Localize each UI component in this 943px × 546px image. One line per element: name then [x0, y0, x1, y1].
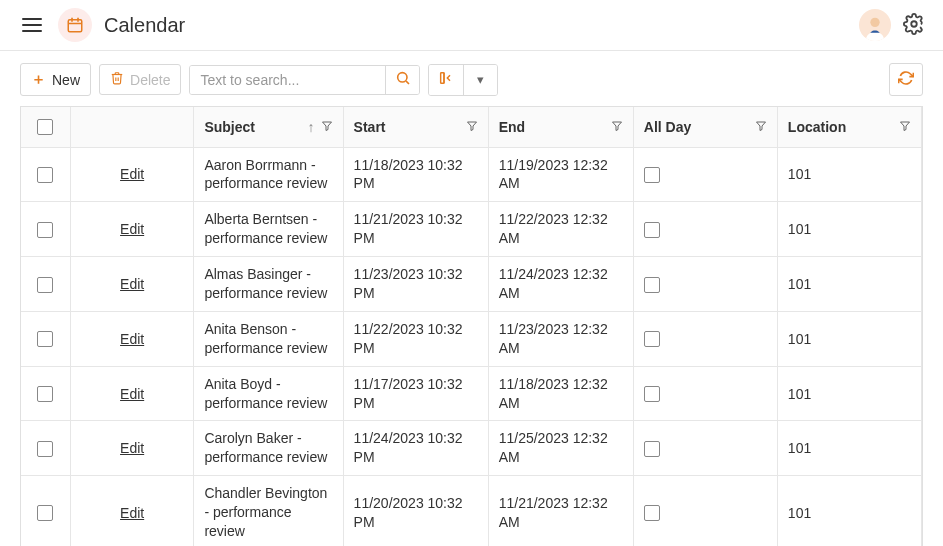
edit-link[interactable]: Edit — [120, 221, 144, 237]
allday-checkbox[interactable] — [644, 277, 660, 293]
cell-subject: Aaron Borrmann - performance review — [194, 147, 343, 202]
cell-location: 101 — [777, 421, 921, 476]
page-title: Calendar — [104, 14, 185, 37]
cell-end: 11/21/2023 12:32 AM — [488, 476, 633, 546]
filter-icon[interactable] — [755, 119, 767, 135]
cell-start: 11/20/2023 10:32 PM — [343, 476, 488, 546]
cell-start: 11/21/2023 10:32 PM — [343, 202, 488, 257]
cell-end: 11/24/2023 12:32 AM — [488, 257, 633, 312]
allday-checkbox[interactable] — [644, 505, 660, 521]
row-checkbox[interactable] — [37, 441, 53, 457]
search-input[interactable] — [190, 66, 385, 94]
refresh-button[interactable] — [889, 63, 923, 96]
filter-icon[interactable] — [611, 119, 623, 135]
export-dropdown-button[interactable]: ▾ — [463, 65, 497, 95]
row-checkbox[interactable] — [37, 331, 53, 347]
header-end[interactable]: End — [488, 107, 633, 147]
cell-allday — [633, 421, 777, 476]
new-button[interactable]: ＋ New — [20, 63, 91, 96]
header-allday-label: All Day — [644, 119, 749, 135]
svg-rect-8 — [441, 73, 444, 84]
table-row: EditChandler Bevington - performance rev… — [21, 476, 922, 546]
edit-link[interactable]: Edit — [120, 276, 144, 292]
export-icon — [438, 70, 454, 89]
user-avatar[interactable] — [859, 9, 891, 41]
edit-link[interactable]: Edit — [120, 166, 144, 182]
cell-location: 101 — [777, 366, 921, 421]
topbar: Calendar — [0, 0, 943, 51]
filter-icon[interactable] — [899, 119, 911, 135]
row-edit-cell: Edit — [70, 257, 193, 312]
svg-point-6 — [398, 73, 407, 82]
cell-allday — [633, 311, 777, 366]
header-start[interactable]: Start — [343, 107, 488, 147]
cell-allday — [633, 202, 777, 257]
select-all-checkbox[interactable] — [37, 119, 53, 135]
header-edit — [70, 107, 193, 147]
delete-button-label: Delete — [130, 72, 170, 88]
table-row: EditAnita Boyd - performance review11/17… — [21, 366, 922, 421]
edit-link[interactable]: Edit — [120, 386, 144, 402]
allday-checkbox[interactable] — [644, 386, 660, 402]
cell-start: 11/23/2023 10:32 PM — [343, 257, 488, 312]
search-button[interactable] — [385, 66, 419, 94]
row-edit-cell: Edit — [70, 366, 193, 421]
row-edit-cell: Edit — [70, 421, 193, 476]
row-checkbox[interactable] — [37, 386, 53, 402]
cell-start: 11/22/2023 10:32 PM — [343, 311, 488, 366]
new-button-label: New — [52, 72, 80, 88]
table-row: EditCarolyn Baker - performance review11… — [21, 421, 922, 476]
row-checkbox[interactable] — [37, 277, 53, 293]
row-checkbox-cell — [21, 421, 70, 476]
toolbar: ＋ New Delete ▾ — [0, 51, 943, 106]
edit-link[interactable]: Edit — [120, 505, 144, 521]
row-checkbox[interactable] — [37, 222, 53, 238]
edit-link[interactable]: Edit — [120, 331, 144, 347]
export-button[interactable] — [429, 65, 463, 95]
cell-end: 11/22/2023 12:32 AM — [488, 202, 633, 257]
svg-line-7 — [406, 81, 409, 84]
chevron-down-icon: ▾ — [477, 72, 484, 87]
header-subject-label: Subject — [204, 119, 301, 135]
header-start-label: Start — [354, 119, 460, 135]
header-subject[interactable]: Subject ↑ — [194, 107, 343, 147]
row-checkbox-cell — [21, 202, 70, 257]
refresh-icon — [898, 70, 914, 89]
row-checkbox[interactable] — [37, 167, 53, 183]
header-end-label: End — [499, 119, 605, 135]
row-checkbox-cell — [21, 147, 70, 202]
header-location[interactable]: Location — [777, 107, 921, 147]
delete-button[interactable]: Delete — [99, 64, 181, 95]
cell-location: 101 — [777, 476, 921, 546]
row-checkbox-cell — [21, 257, 70, 312]
svg-rect-0 — [68, 20, 82, 32]
allday-checkbox[interactable] — [644, 222, 660, 238]
filter-icon[interactable] — [321, 119, 333, 135]
filter-icon[interactable] — [466, 119, 478, 135]
edit-link[interactable]: Edit — [120, 440, 144, 456]
header-allday[interactable]: All Day — [633, 107, 777, 147]
settings-gear-icon[interactable] — [903, 13, 925, 38]
table-row: EditAlmas Basinger - performance review1… — [21, 257, 922, 312]
cell-subject: Alberta Berntsen - performance review — [194, 202, 343, 257]
allday-checkbox[interactable] — [644, 167, 660, 183]
cell-location: 101 — [777, 202, 921, 257]
row-checkbox[interactable] — [37, 505, 53, 521]
svg-marker-12 — [756, 122, 765, 131]
sort-asc-icon[interactable]: ↑ — [308, 119, 315, 135]
hamburger-menu-icon[interactable] — [18, 14, 46, 36]
allday-checkbox[interactable] — [644, 441, 660, 457]
cell-allday — [633, 257, 777, 312]
svg-marker-11 — [612, 122, 621, 131]
svg-point-4 — [870, 18, 879, 27]
cell-end: 11/18/2023 12:32 AM — [488, 366, 633, 421]
row-edit-cell: Edit — [70, 147, 193, 202]
cell-subject: Carolyn Baker - performance review — [194, 421, 343, 476]
cell-allday — [633, 366, 777, 421]
allday-checkbox[interactable] — [644, 331, 660, 347]
row-checkbox-cell — [21, 366, 70, 421]
cell-allday — [633, 476, 777, 546]
search-box — [189, 65, 420, 95]
cell-subject: Anita Boyd - performance review — [194, 366, 343, 421]
row-checkbox-cell — [21, 476, 70, 546]
